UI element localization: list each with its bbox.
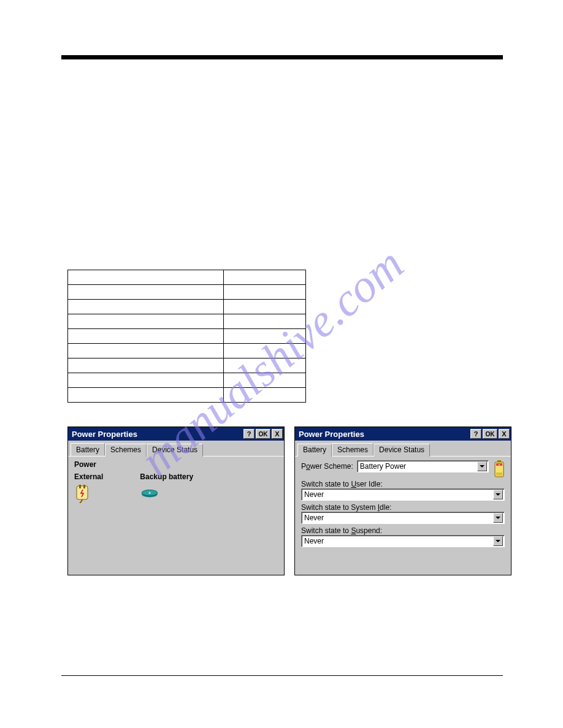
chevron-down-icon [493, 536, 503, 546]
backup-battery-block: Backup battery + [140, 472, 193, 505]
power-properties-dialog-schemes: Power Properties ? OK X Battery Schemes … [294, 427, 511, 575]
power-properties-dialog-battery: Power Properties ? OK X Battery Schemes … [67, 427, 285, 575]
plug-icon [74, 483, 94, 503]
empty-table [67, 270, 306, 403]
table-row [68, 300, 306, 314]
power-scheme-label: Power Scheme: [301, 462, 353, 471]
table-row [68, 314, 306, 329]
chevron-down-icon [493, 490, 503, 499]
system-idle-dropdown[interactable]: Never [301, 512, 505, 524]
svg-text:+: + [498, 463, 500, 466]
table-row [68, 373, 306, 388]
chevron-down-icon [493, 513, 503, 523]
tabstrip: Battery Schemes Device Status [68, 441, 284, 457]
tab-schemes[interactable]: Schemes [105, 444, 147, 457]
table-row [68, 285, 306, 300]
user-idle-dropdown[interactable]: Never [301, 488, 505, 501]
suspend-label: Switch state to Suspend: [301, 526, 505, 535]
external-label: External [74, 472, 103, 481]
power-scheme-dropdown[interactable]: Battery Power [357, 460, 489, 472]
ok-button[interactable]: OK [483, 429, 497, 439]
suspend-dropdown[interactable]: Never [301, 535, 505, 547]
table-row [68, 329, 306, 344]
titlebar: Power Properties ? OK X [68, 427, 284, 441]
page-divider [61, 55, 503, 59]
ok-button[interactable]: OK [256, 429, 270, 439]
tab-schemes[interactable]: Schemes [332, 443, 373, 456]
table-row [68, 358, 306, 373]
table-row [68, 344, 306, 358]
chevron-down-icon [477, 461, 487, 471]
system-idle-label: Switch state to System Idle: [301, 503, 505, 512]
power-heading: Power [74, 460, 278, 469]
battery-icon: + [494, 460, 505, 477]
titlebar: Power Properties ? OK X [295, 427, 511, 441]
backup-label: Backup battery [140, 472, 193, 481]
tab-battery[interactable]: Battery [297, 444, 332, 457]
tab-battery[interactable]: Battery [71, 443, 105, 456]
close-button[interactable]: X [272, 429, 283, 439]
table-row [68, 388, 306, 403]
footer-divider [61, 675, 503, 676]
tabstrip: Battery Schemes Device Status [295, 441, 511, 457]
svg-rect-1 [77, 486, 88, 499]
tab-device-status[interactable]: Device Status [373, 444, 430, 457]
svg-rect-11 [496, 472, 502, 476]
user-idle-label: Switch state to User Idle: [301, 480, 505, 488]
svg-rect-3 [83, 485, 85, 488]
external-power-block: External [74, 472, 103, 505]
dialog-title: Power Properties [299, 430, 469, 439]
svg-text:+: + [148, 491, 151, 495]
table-row [68, 270, 306, 285]
dialog-title: Power Properties [72, 430, 242, 439]
battery-disc-icon: + [140, 488, 159, 498]
help-button[interactable]: ? [243, 429, 255, 439]
svg-rect-2 [79, 485, 81, 488]
help-button[interactable]: ? [470, 429, 481, 439]
tab-device-status[interactable]: Device Status [147, 444, 203, 457]
close-button[interactable]: X [499, 429, 510, 439]
